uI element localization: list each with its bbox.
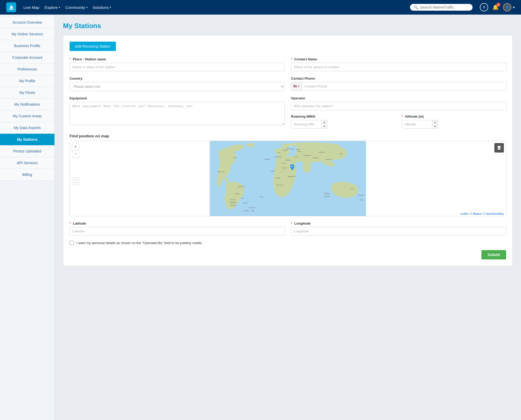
sidebar-item-my-profile[interactable]: My Profile [0, 75, 54, 87]
top-navigation: Live Map Explore ▾ Community ▾ Solutions… [0, 0, 521, 15]
sidebar-item-photos-uploaded[interactable]: Photos Uploaded [0, 145, 54, 157]
svg-text:Maldives: Maldives [319, 151, 325, 153]
svg-text:Angola: Angola [271, 170, 275, 172]
longitude-group: * Longitude [291, 221, 506, 236]
lat-required-star: * [70, 221, 71, 225]
contact-name-input[interactable] [291, 63, 506, 71]
operator-input[interactable] [291, 102, 506, 110]
svg-text:Papu: Papu [339, 153, 343, 155]
contact-name-group: * Contact Name [291, 57, 506, 71]
leaflet-link[interactable]: Leaflet [460, 212, 468, 215]
equipment-input[interactable] [70, 102, 285, 125]
latitude-input[interactable] [70, 227, 285, 236]
form-row-2: Country Please select one Contact Phone … [70, 77, 506, 91]
checkbox-label[interactable]: I want my personal details as shown on t… [76, 241, 203, 245]
nav-solutions[interactable]: Solutions ▾ [93, 5, 111, 10]
submit-button[interactable]: Submit [481, 250, 506, 259]
operator-group: Operator [291, 96, 506, 110]
svg-text:Malaysia: Malaysia [313, 157, 318, 158]
sidebar-item-account-overview[interactable]: Account Overview [0, 17, 54, 28]
longitude-label: * Longitude [291, 221, 506, 225]
map-label: Find position on map [70, 134, 506, 138]
svg-text:Egypt: Egypt [296, 149, 300, 150]
svg-text:Atlantic: Atlantic [230, 201, 237, 204]
required-star-contact: * [291, 57, 292, 61]
search-box: 🔍 [410, 4, 473, 11]
roaming-mmsi-down-button[interactable]: ▼ [321, 124, 327, 129]
avatar: 👤 [503, 3, 511, 11]
svg-text:Venezuela: Venezuela [238, 186, 244, 187]
svg-text:Ecuador: Ecuador [235, 193, 240, 194]
nav-community[interactable]: Community ▾ [65, 5, 88, 10]
svg-text:Ocean: Ocean [324, 195, 330, 198]
sidebar-item-business-profile[interactable]: Business Profile [0, 40, 54, 52]
community-chevron-icon: ▾ [86, 6, 88, 9]
altitude-up-button[interactable]: ▲ [432, 120, 438, 124]
sidebar-item-my-stations[interactable]: My Stations [0, 134, 54, 145]
svg-text:São Paulo: São Paulo [249, 207, 255, 208]
svg-text:Kenya: Kenya [282, 162, 286, 164]
place-input[interactable] [70, 63, 285, 71]
top-actions: ? 🔔 3 👤 ▾ [480, 3, 515, 11]
contact-name-label: * Contact Name [291, 57, 506, 61]
form-panel: Add Receiving Station * Place - Station … [63, 35, 513, 266]
user-chevron-icon: ▾ [513, 5, 515, 9]
altitude-input[interactable] [402, 120, 432, 128]
search-input[interactable] [420, 5, 469, 9]
map-pin [289, 164, 295, 173]
phone-flag-button[interactable]: 🇺🇸 ▾ [291, 82, 302, 90]
svg-text:Cuba: Cuba [233, 157, 237, 158]
nav-explore[interactable]: Explore ▾ [45, 5, 60, 10]
sidebar-item-api-services[interactable]: API Services [0, 157, 54, 169]
world-map: South Atlantic Ocean Indian Ocean Mexico… [70, 141, 506, 216]
svg-text:Madagascar: Madagascar [288, 176, 296, 177]
svg-text:Yemen: Yemen [294, 156, 299, 158]
svg-text:South Africa: South Africa [276, 184, 284, 186]
svg-text:Oman: Oman [297, 151, 301, 152]
sidebar-item-my-notifications[interactable]: My Notifications [0, 99, 54, 110]
map-zoom-in-button[interactable]: + [72, 143, 79, 150]
phone-input-group: 🇺🇸 ▾ [291, 82, 506, 91]
sidebar-item-billing[interactable]: Billing [0, 169, 54, 181]
altitude-down-button[interactable]: ▼ [432, 124, 438, 129]
help-button[interactable]: ? [480, 3, 488, 11]
map-controls: + − [72, 143, 79, 158]
app-logo[interactable] [6, 2, 16, 12]
svg-text:Ocean: Ocean [230, 204, 237, 207]
nav-live-map[interactable]: Live Map [23, 5, 39, 10]
longitude-input[interactable] [291, 227, 506, 236]
svg-text:Tanzania: Tanzania [282, 167, 287, 169]
roaming-mmsi-input[interactable] [291, 120, 321, 128]
svg-text:Uruguay: Uruguay [243, 210, 249, 211]
location-row: * Latitude * Longitude [70, 221, 506, 236]
contact-phone-input[interactable] [302, 82, 506, 90]
add-receiving-station-button[interactable]: Add Receiving Station [70, 42, 116, 51]
form-row-3: Equipment Operator Roaming MMSI [70, 96, 506, 129]
contact-phone-group: Contact Phone 🇺🇸 ▾ [291, 77, 506, 91]
notifications-button[interactable]: 🔔 3 [492, 4, 499, 10]
map-zoom-out-button[interactable]: − [72, 150, 79, 158]
sidebar-item-online-services[interactable]: My Online Services [0, 28, 54, 40]
map-section: Find position on map [70, 134, 506, 216]
sidebar: Account Overview My Online Services Busi… [0, 15, 55, 420]
openstreetmap-link[interactable]: OpenStreetMap [485, 212, 504, 215]
map-layer-button[interactable] [494, 143, 504, 152]
user-menu[interactable]: 👤 ▾ [503, 3, 515, 11]
location-pin-icon [289, 164, 295, 174]
sidebar-item-my-fleets[interactable]: My Fleets [0, 87, 54, 99]
map-fullscreen-button[interactable]: ⛶ [72, 177, 79, 185]
sidebar-item-data-exports[interactable]: My Data Exports [0, 122, 54, 134]
svg-text:Algeria: Algeria [286, 148, 291, 149]
country-select[interactable]: Please select one [70, 82, 285, 91]
explore-chevron-icon: ▾ [59, 6, 60, 9]
page-title: My Stations [63, 22, 513, 30]
altitude-required-star: * [402, 114, 403, 118]
svg-text:Chile: Chile [251, 210, 254, 212]
map-container[interactable]: South Atlantic Ocean Indian Ocean Mexico… [70, 141, 506, 216]
sidebar-item-preferences[interactable]: Preferences [0, 63, 54, 75]
sidebar-item-custom-areas[interactable]: My Custom Areas [0, 110, 54, 122]
mapbox-link[interactable]: Mapbox [473, 212, 482, 215]
visibility-checkbox[interactable] [70, 241, 74, 245]
roaming-mmsi-up-button[interactable]: ▲ [321, 120, 327, 124]
sidebar-item-corporate-account[interactable]: Corporate Account [0, 52, 54, 63]
